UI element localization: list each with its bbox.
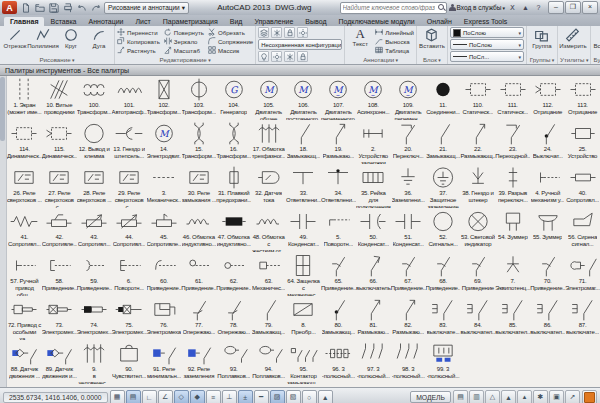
- lock-icon[interactable]: [284, 27, 295, 38]
- palette-item[interactable]: M105. Двигатель общее обоз...: [251, 76, 286, 120]
- круг-button[interactable]: Круг: [58, 27, 84, 55]
- palette-item[interactable]: 54. Зуммер: [495, 208, 530, 252]
- communication-center-icon[interactable]: ▲: [520, 3, 531, 13]
- color-combo[interactable]: ПоСлою▾: [450, 27, 524, 38]
- palette-item[interactable]: 21. Замыкающ...: [426, 120, 461, 164]
- palette-item[interactable]: 75. Электромех...: [112, 296, 147, 340]
- palette-item[interactable]: 115. Динамическ...: [42, 120, 77, 164]
- minimize-button[interactable]: –: [548, 1, 564, 14]
- palette-item[interactable]: 57. Ручной привод общ...: [7, 252, 42, 296]
- panel-block-label[interactable]: Блок: [417, 56, 447, 64]
- maximize-button[interactable]: ❐: [565, 1, 581, 14]
- palette-item[interactable]: 12. Вывод и клемма: [77, 120, 112, 164]
- palette-item[interactable]: 35. Рейка для подключения: [356, 164, 391, 208]
- group-button[interactable]: Группа: [529, 27, 555, 55]
- tab-онлайн[interactable]: Онлайн: [421, 17, 458, 26]
- palette-scrollbar[interactable]: [0, 76, 7, 387]
- palette-item[interactable]: 91. Реле минимальн...: [147, 340, 182, 384]
- palette-item[interactable]: M~108. Асинхронн...: [356, 76, 391, 120]
- toggle-3d-объектная-привязка[interactable]: ◆: [190, 390, 205, 403]
- tab-вид[interactable]: Вид: [224, 17, 249, 26]
- palette-item[interactable]: 36. Заземлени...: [391, 164, 426, 208]
- palette-item[interactable]: 114. Динамическ...: [7, 120, 42, 164]
- palette-item[interactable]: 112. Отрицание ...: [530, 76, 565, 120]
- performance-icon[interactable]: [582, 390, 597, 403]
- palette-item[interactable]: 6. Поворотн...: [112, 252, 147, 296]
- palette-item[interactable]: 19. Размыкаю...: [321, 120, 356, 164]
- palette-item[interactable]: 16. Трансформ...: [216, 120, 251, 164]
- перенести-button[interactable]: Перенести: [117, 28, 160, 37]
- undo-icon[interactable]: [75, 2, 88, 13]
- toggle-полярное-отслеживание[interactable]: ∠: [158, 390, 173, 403]
- palette-item[interactable]: 10. Витые проводники: [42, 76, 77, 120]
- workspace-gear-icon[interactable]: ✱: [533, 390, 548, 403]
- дуга-button[interactable]: Дуга: [86, 27, 112, 55]
- palette-item[interactable]: 92. Реле заземления ...: [181, 340, 216, 384]
- palette-item[interactable]: 59. Приведение...: [77, 252, 112, 296]
- freeze-icon[interactable]: [284, 51, 295, 62]
- palette-item[interactable]: 39. Разрыв переключ...: [495, 164, 530, 208]
- palette-item[interactable]: 40. Сопротивл...: [565, 164, 600, 208]
- save-icon[interactable]: [47, 2, 60, 13]
- таблица-button[interactable]: Таблица: [375, 46, 414, 54]
- tab-параметризация[interactable]: Параметризация: [157, 17, 224, 26]
- toggle-динамическая-пск[interactable]: ⊥: [222, 390, 237, 403]
- toggle-отображение-прозрачности[interactable]: ▨: [270, 390, 285, 403]
- annotation-visibility-icon[interactable]: ▲: [501, 390, 516, 403]
- toolbar-lock-icon[interactable]: ▣: [549, 390, 564, 403]
- palette-item[interactable]: 4. Ручной механизм у...: [530, 164, 565, 208]
- palette-item[interactable]: 61. Приведение...: [181, 252, 216, 296]
- model-space-button[interactable]: МОДЕЛЬ: [410, 391, 451, 403]
- palette-item[interactable]: 2. Устройство задержки: [356, 120, 391, 164]
- palette-item[interactable]: 80. Замыкающ...: [321, 296, 356, 340]
- exchange-apps-icon[interactable]: Ⅹ: [507, 3, 518, 13]
- autocad-logo-icon[interactable]: A: [2, 1, 17, 14]
- palette-item[interactable]: 99. 3 -полюсный...: [426, 340, 461, 384]
- palette-item[interactable]: 47. Обмотка индуктивно...: [216, 208, 251, 252]
- palette-item[interactable]: 22. Размыкающ...: [460, 120, 495, 164]
- palette-item[interactable]: 72. Привод с особыми ха...: [7, 296, 42, 340]
- close-button[interactable]: ×: [582, 1, 598, 14]
- palette-item[interactable]: M14. Электродвиг...: [147, 120, 182, 164]
- palette-item[interactable]: 51. Конденсат...: [391, 208, 426, 252]
- freeze-icon[interactable]: [271, 27, 282, 38]
- palette-item[interactable]: 58. Приведение...: [42, 252, 77, 296]
- полилиния-button[interactable]: Полилиния: [30, 27, 56, 55]
- tab-express-tools[interactable]: Express Tools: [458, 17, 513, 26]
- повернуть-button[interactable]: Повернуть: [164, 28, 204, 37]
- sun-icon[interactable]: [297, 27, 308, 38]
- palette-item[interactable]: 56. Сирена сигнал...: [565, 208, 600, 252]
- palette-item[interactable]: 53. Световой индикатор: [460, 208, 495, 252]
- palette-item[interactable]: 29. Реле сверхтоков с...: [112, 164, 147, 208]
- palette-item[interactable]: 9. в человечес...: [77, 340, 112, 384]
- palette-item[interactable]: 33. Ответвлени...: [286, 164, 321, 208]
- quickview-drawings-icon[interactable]: ▥: [469, 390, 484, 403]
- palette-item[interactable]: 70. Приведение...: [530, 252, 565, 296]
- tab-подключаемые-модули[interactable]: Подключаемые модули: [333, 17, 421, 26]
- palette-item[interactable]: 90. Чувствител...: [112, 340, 147, 384]
- palette-item[interactable]: 96. 3 -полюсный...: [321, 340, 356, 384]
- signin-button[interactable]: Вход в службы ▾: [449, 4, 505, 12]
- масштаб-button[interactable]: Масштаб: [164, 46, 204, 55]
- panel-annotation-label[interactable]: Аннотации: [345, 56, 416, 64]
- palette-item[interactable]: 63. Механичес...: [251, 252, 286, 296]
- palette-item[interactable]: 23. Переходной...: [495, 120, 530, 164]
- palette-item[interactable]: 110. Статическ...: [460, 76, 495, 120]
- palette-item[interactable]: M106. Двигатель постоянного...: [286, 76, 321, 120]
- palette-item[interactable]: 95. Контактор замыкающ...: [286, 340, 321, 384]
- paste-button[interactable]: Вставить: [593, 27, 600, 55]
- palette-item[interactable]: 68. Приведение...: [426, 252, 461, 296]
- toggle-шаговая-привязка[interactable]: ▦: [110, 390, 125, 403]
- text-button[interactable]: A Текст: [347, 27, 373, 55]
- layers-icon[interactable]: [258, 27, 269, 38]
- panel-modify-label[interactable]: Редактирование: [115, 56, 255, 64]
- panel-clipboard-label[interactable]: Буфер обмена: [591, 56, 600, 64]
- layer-state-combo[interactable]: Несохраненная конфигурация сло▾: [258, 39, 342, 50]
- palette-item[interactable]: 49. Конденсат...: [286, 208, 321, 252]
- palette-item[interactable]: 34. Ответвлени...: [321, 164, 356, 208]
- palette-item[interactable]: 77. Опережаю...: [181, 296, 216, 340]
- tab-главная[interactable]: Главная: [4, 17, 44, 26]
- insert-block-button[interactable]: Вставить: [419, 27, 445, 55]
- palette-item[interactable]: 15. Трансформ...: [181, 120, 216, 164]
- palette-item[interactable]: 93. Поплавков...: [216, 340, 251, 384]
